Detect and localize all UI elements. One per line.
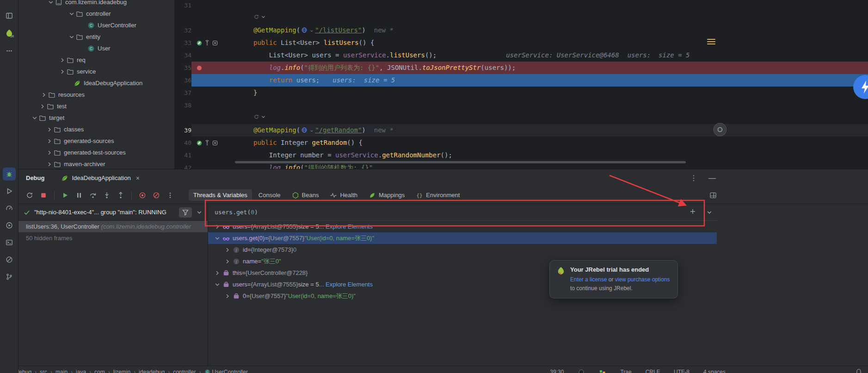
tool-more-tools-button[interactable]: [3, 44, 16, 57]
status-indicator-icon[interactable]: [599, 368, 606, 373]
chevron-right-icon[interactable]: [46, 161, 53, 168]
stop-button[interactable]: [38, 190, 49, 201]
step-out-button[interactable]: [115, 190, 126, 201]
tab-console[interactable]: Console: [254, 189, 285, 201]
line-number[interactable]: 39: [175, 124, 191, 137]
status-indent-style[interactable]: 4 spaces: [703, 369, 726, 373]
resume-button[interactable]: [60, 190, 71, 201]
explore-elements-link[interactable]: ... Explore Elements: [319, 223, 373, 230]
evaluate-expression-input[interactable]: users.get(0): [208, 204, 717, 221]
rerun-button[interactable]: [24, 190, 35, 201]
tab-threads-variables[interactable]: Threads & Variables: [189, 189, 252, 201]
chevron-right-icon[interactable]: [46, 149, 53, 156]
tree-item-user[interactable]: CUser: [18, 43, 174, 54]
status-file-encoding[interactable]: UTF-8: [674, 369, 689, 373]
chevron-down-icon[interactable]: [31, 114, 38, 122]
tool-profiler-button[interactable]: [3, 202, 16, 215]
tool-run-button[interactable]: [3, 185, 16, 198]
endpoint-gutter-icons[interactable]: [191, 137, 235, 149]
breadcrumb-item-usercontroller[interactable]: CUserController: [204, 369, 248, 373]
pause-button[interactable]: [74, 190, 85, 201]
request-mapping-globe-icon[interactable]: [301, 127, 308, 133]
floating-assistant-button[interactable]: [852, 74, 868, 100]
breadcrumb-item-com[interactable]: com: [94, 369, 105, 373]
variable-row-users[interactable]: users = {ArrayList@7555} size = 5... Exp…: [208, 221, 717, 232]
hamburger-menu-icon[interactable]: [707, 39, 715, 44]
tree-item-entity[interactable]: entity: [18, 31, 174, 43]
request-mapping-globe-icon[interactable]: [301, 27, 308, 33]
chevron-right-icon[interactable]: [46, 137, 53, 145]
debug-session-tab[interactable]: IdeaDebugApplication ×: [56, 169, 144, 186]
line-number[interactable]: 41: [175, 149, 191, 162]
status-record-icon[interactable]: [578, 368, 585, 373]
tab-mappings[interactable]: Mappings: [364, 189, 409, 201]
tree-item-ideadebugapplication[interactable]: IdeaDebugApplication: [18, 77, 174, 89]
tree-item-maven-archiver[interactable]: maven-archiver: [18, 158, 174, 169]
chevron-down-icon[interactable]: [214, 235, 221, 242]
status-trae-plugin[interactable]: Trae: [620, 369, 631, 373]
tree-item-generated-test-sources[interactable]: generated-test-sources: [18, 147, 174, 158]
explore-elements-link[interactable]: ... Explore Elements: [319, 281, 373, 288]
more-options-button[interactable]: [165, 190, 176, 201]
chevron-down-icon[interactable]: [68, 10, 75, 18]
tree-item-controller[interactable]: controller: [18, 8, 174, 19]
thread-selector[interactable]: "http-nio-8401-exec-4"... group "main": …: [18, 204, 208, 221]
step-over-button[interactable]: [87, 190, 98, 201]
tab-environment[interactable]: {}Environment: [411, 189, 464, 201]
endpoint-gutter-icons[interactable]: [191, 37, 235, 49]
chevron-down-icon[interactable]: [706, 209, 713, 216]
line-number[interactable]: [175, 112, 191, 124]
line-number[interactable]: 42: [175, 162, 191, 169]
chevron-right-icon[interactable]: [224, 258, 231, 265]
breadcrumb-item-java[interactable]: java: [76, 369, 86, 373]
floating-scroll-button[interactable]: [713, 122, 727, 137]
chevron-right-icon[interactable]: [46, 126, 53, 133]
request-mapping-inlay-icon[interactable]: [253, 114, 266, 120]
chevron-right-icon[interactable]: [59, 68, 66, 75]
chevron-down-icon[interactable]: [214, 281, 221, 288]
editor[interactable]: 3132@GetMapping("/listUsers")new *33publ…: [175, 0, 868, 169]
request-mapping-inlay-icon[interactable]: [253, 14, 266, 20]
tree-item-generated-sources[interactable]: generated-sources: [18, 135, 174, 147]
breadcrumb-item-src[interactable]: src: [40, 369, 47, 373]
add-watch-plus-icon[interactable]: [689, 208, 696, 215]
tool-jrebel-button[interactable]: JR: [3, 27, 16, 40]
layout-settings-icon[interactable]: [708, 190, 719, 201]
tool-terminal-button[interactable]: [3, 236, 16, 249]
chevron-right-icon[interactable]: [224, 292, 231, 300]
mute-breakpoints-button[interactable]: [151, 190, 162, 201]
tool-version-control-button[interactable]: [3, 270, 16, 283]
tree-item-classes[interactable]: classes: [18, 124, 174, 135]
line-number[interactable]: 36: [175, 74, 191, 87]
line-number[interactable]: [175, 12, 191, 24]
horizontal-scrollbar[interactable]: [235, 161, 686, 163]
filter-frames-button[interactable]: [179, 207, 192, 218]
toast-link-view-purchase-options[interactable]: view purchase options: [615, 276, 670, 283]
tree-item-service[interactable]: service: [18, 66, 174, 77]
more-actions-icon[interactable]: ⋮: [690, 174, 697, 182]
tab-beans[interactable]: Beans: [287, 189, 324, 201]
notifications-bell-icon[interactable]: [855, 368, 862, 373]
view-breakpoints-button[interactable]: [137, 190, 148, 201]
chevron-down-icon[interactable]: [68, 33, 75, 41]
line-number[interactable]: 32: [175, 24, 191, 37]
tree-item-resources[interactable]: resources: [18, 89, 174, 100]
status-line-separator[interactable]: CRLF: [646, 369, 660, 373]
breadcrumb-item-ideadebug[interactable]: ideadebug: [139, 369, 165, 373]
chevron-right-icon[interactable]: [214, 269, 221, 277]
variable-row-id[interactable]: fid = {Integer@7573} 0: [208, 244, 717, 255]
status-caret-position[interactable]: 39:30: [550, 369, 564, 373]
stack-frame-row[interactable]: listUsers:36, UserController (com.lizemi…: [18, 221, 208, 232]
line-number[interactable]: 37: [175, 87, 191, 99]
line-number[interactable]: 33: [175, 37, 191, 49]
inline-chevron-icon[interactable]: [309, 29, 314, 33]
chevron-right-icon[interactable]: [59, 56, 66, 64]
close-tab-icon[interactable]: ×: [136, 174, 140, 182]
chevron-right-icon[interactable]: [224, 246, 231, 254]
tab-health[interactable]: Health: [325, 189, 362, 201]
tree-item-com-lizemin-ideadebug[interactable]: com.lizemin.ideadebug: [18, 0, 174, 8]
minimize-icon[interactable]: —: [708, 174, 716, 182]
line-number[interactable]: 34: [175, 49, 191, 62]
line-number[interactable]: 35: [175, 62, 191, 74]
line-number[interactable]: 40: [175, 137, 191, 149]
